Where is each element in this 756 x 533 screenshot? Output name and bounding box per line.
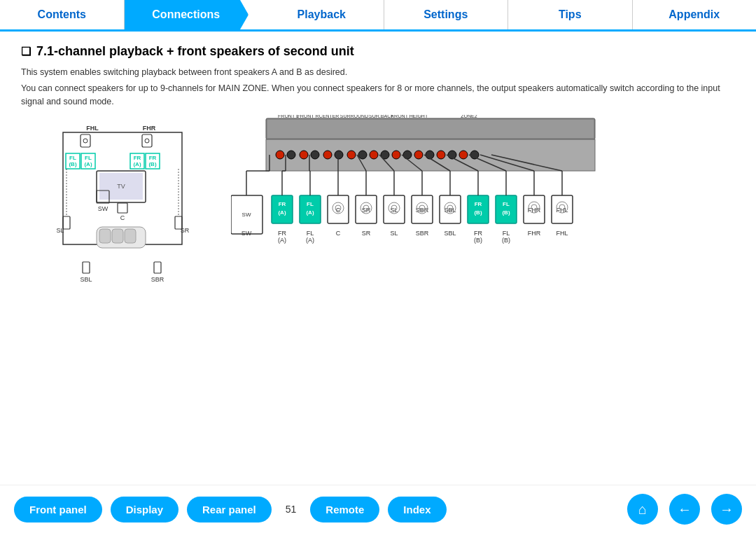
svg-text:FL: FL [503,230,510,237]
svg-text:FR: FR [134,155,141,161]
svg-point-6 [145,139,149,143]
description-1: This system enables switching playback b… [21,66,735,79]
svg-text:(B): (B) [474,237,482,244]
svg-text:FHR: FHR [528,230,541,237]
svg-text:SW: SW [242,212,251,218]
top-navigation: Contents Connections Playback Settings T… [0,0,756,32]
svg-text:(A): (A) [306,237,314,244]
svg-point-58 [370,151,378,159]
room-diagram: FHL FHR FL (B) FL (A) FR [21,115,217,313]
description-2: You can connect speakers for up to 9-cha… [21,82,735,109]
tab-appendix[interactable]: Appendix [633,0,757,29]
tab-tips[interactable]: Tips [508,0,633,29]
svg-text:SURROUND: SURROUND [340,115,368,118]
svg-text:(A): (A) [278,237,286,244]
remote-button[interactable]: Remote [310,497,379,522]
svg-text:FR: FR [279,201,286,207]
svg-text:(B): (B) [148,161,156,167]
home-icon: ⌂ [638,501,647,518]
svg-point-64 [437,151,445,159]
svg-text:SR: SR [181,227,190,234]
svg-point-53 [311,151,319,159]
back-button[interactable]: ← [669,494,700,525]
svg-text:SW: SW [241,230,252,237]
svg-point-61 [403,151,412,159]
svg-rect-36 [154,262,161,273]
svg-text:C: C [120,214,125,221]
svg-text:SBR: SBR [416,230,429,237]
svg-text:FRONT L: FRONT L [278,115,299,118]
svg-text:FR: FR [474,230,482,237]
svg-text:SL: SL [56,227,64,234]
svg-text:SL: SL [390,230,398,237]
svg-rect-27 [99,229,111,243]
svg-point-4 [83,139,88,143]
svg-text:FHL: FHL [86,125,99,132]
svg-text:FHR: FHR [143,125,156,132]
svg-point-66 [459,151,468,159]
tab-contents[interactable]: Contents [0,0,125,29]
svg-text:FR: FR [278,230,286,237]
svg-text:SBR: SBR [151,276,164,283]
rear-panel-button[interactable]: Rear panel [187,497,272,522]
svg-text:(B): (B) [502,237,510,244]
forward-button[interactable]: → [711,494,742,525]
svg-text:FR: FR [149,155,157,161]
svg-text:SBL: SBL [444,207,456,214]
svg-point-51 [287,151,295,159]
svg-rect-41 [267,120,594,138]
svg-text:FHL: FHL [556,230,568,237]
tab-settings[interactable]: Settings [384,0,509,29]
svg-point-60 [392,151,400,159]
svg-point-62 [414,151,423,159]
svg-point-57 [358,151,367,159]
svg-text:FL: FL [307,201,314,207]
display-button[interactable]: Display [111,497,178,522]
svg-text:SW: SW [98,205,108,212]
tab-playback[interactable]: Playback [248,0,384,29]
svg-text:FR: FR [475,201,482,207]
svg-text:(A): (A) [84,161,92,167]
bottom-bar: Front panel Display Rear panel 51 Remote… [0,485,756,533]
svg-text:TV: TV [117,183,125,190]
arrow-left-icon: ← [678,501,692,518]
svg-text:ZONE2: ZONE2 [461,115,477,118]
svg-text:SUR.BACK: SUR.BACK [369,115,394,118]
svg-text:(B): (B) [69,161,76,167]
svg-text:SR: SR [362,230,371,237]
svg-text:(A): (A) [278,209,286,216]
page-number: 51 [286,504,297,515]
svg-point-56 [347,151,356,159]
svg-text:FL: FL [85,155,92,161]
index-button[interactable]: Index [388,497,446,522]
svg-text:(A): (A) [133,161,141,167]
svg-rect-28 [112,229,123,243]
svg-rect-32 [118,203,127,213]
svg-rect-5 [142,134,152,147]
svg-rect-29 [125,229,136,243]
diagram-area: FHL FHR FL (B) FL (A) FR [21,115,735,313]
arrow-right-icon: → [720,501,734,518]
svg-point-52 [300,151,308,159]
svg-text:SBL: SBL [444,230,456,237]
svg-text:FL: FL [307,230,314,237]
tab-connections[interactable]: Connections [125,0,249,29]
home-button[interactable]: ⌂ [627,494,658,525]
svg-text:(B): (B) [474,209,482,216]
section-title: 7.1-channel playback + front speakers of… [21,44,735,59]
svg-point-54 [323,151,332,159]
svg-text:(A): (A) [306,209,314,216]
svg-text:(B): (B) [502,209,510,216]
svg-rect-3 [80,134,90,147]
svg-point-50 [276,151,284,159]
svg-text:C: C [336,230,341,237]
svg-point-55 [335,151,343,159]
svg-text:CENTER: CENTER [319,115,340,118]
svg-text:FL: FL [69,155,76,161]
svg-text:FRONT HEIGHT: FRONT HEIGHT [391,115,428,118]
receiver-diagram: FRONT L FRONT R CENTER SURROUND SUR.BACK… [231,115,735,313]
svg-text:FRONT R: FRONT R [298,115,319,118]
svg-text:SBL: SBL [80,276,92,283]
front-panel-button[interactable]: Front panel [14,497,102,522]
main-content: 7.1-channel playback + front speakers of… [0,32,756,320]
